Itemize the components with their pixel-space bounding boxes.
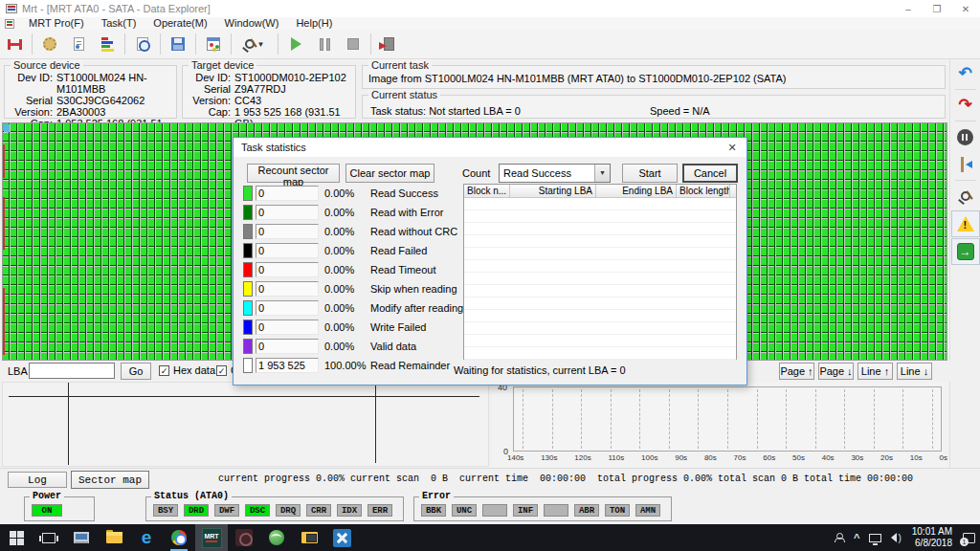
- nav-button-page-[interactable]: Page ↓: [818, 363, 854, 380]
- recount-sector-map-button[interactable]: Recount sector map: [247, 164, 340, 183]
- windows-taskbar: e MRT ^ ) 10:01 AM 6/8/2018: [0, 524, 980, 551]
- x-tick-label: 10s: [910, 453, 923, 462]
- table-row: [464, 248, 736, 260]
- chevron-down-icon[interactable]: ▼: [257, 40, 265, 49]
- table-row: [464, 285, 736, 298]
- taskbar-item-tools[interactable]: [325, 524, 358, 551]
- close-button[interactable]: ✕: [951, 0, 980, 17]
- taskbar-item-explorer[interactable]: [98, 524, 130, 551]
- hex-data-checkbox[interactable]: ✓ Hex data: [159, 364, 215, 376]
- dialog-title-bar[interactable]: Task statistics ✕: [234, 138, 746, 157]
- tray-expand-button[interactable]: ^: [849, 524, 864, 551]
- warning-button[interactable]: [951, 210, 980, 237]
- menu-item-window-w-[interactable]: Window(W): [216, 17, 288, 30]
- taskbar-item-globe[interactable]: [260, 524, 293, 551]
- action-center-button[interactable]: [958, 524, 980, 551]
- stat-percent: 0.00%: [324, 341, 365, 352]
- stop-task-button[interactable]: [339, 32, 368, 57]
- pause-circle-button[interactable]: [951, 123, 980, 150]
- restore-button[interactable]: ❐: [923, 0, 951, 17]
- chevron-down-icon[interactable]: ▼: [594, 165, 610, 182]
- dialog-title: Task statistics: [241, 142, 306, 153]
- gridline: [757, 389, 758, 449]
- x-tick-label: 30s: [851, 453, 863, 462]
- gridline: [786, 389, 787, 449]
- start-button[interactable]: [0, 524, 33, 551]
- warning-icon: [956, 216, 975, 232]
- error-indicator-abr: ABR: [574, 504, 599, 517]
- table-header-1[interactable]: Starting LBA: [510, 185, 596, 197]
- pause-task-button[interactable]: [310, 32, 339, 57]
- timer-button[interactable]: [128, 32, 157, 57]
- stat-label: Read with Error: [370, 207, 443, 218]
- dialog-close-button[interactable]: ✕: [718, 138, 746, 157]
- menu-item-help-h-[interactable]: Help(H): [287, 17, 341, 30]
- inspect-button[interactable]: ▼: [234, 32, 275, 57]
- volume-tray-button[interactable]: ): [886, 524, 905, 551]
- start-task-button[interactable]: [281, 32, 310, 57]
- menu-item-operate-m-[interactable]: Operate(M): [145, 17, 215, 30]
- stat-row: 00.00%Skip when reading: [243, 281, 463, 297]
- go-button[interactable]: →: [951, 238, 980, 265]
- menu-item-task-t-[interactable]: Task(T): [93, 17, 145, 30]
- start-button[interactable]: Start: [622, 164, 678, 183]
- minimize-button[interactable]: –: [894, 0, 923, 17]
- taskbar-item-computer[interactable]: [65, 524, 98, 551]
- nav-button-line-[interactable]: Line ↓: [897, 363, 932, 380]
- taskbar-clock[interactable]: 10:01 AM 6/8/2018: [906, 526, 958, 549]
- lba-input[interactable]: [29, 363, 115, 379]
- count-select[interactable]: Read Success ▼: [499, 164, 611, 183]
- settings-button[interactable]: [35, 32, 64, 57]
- globe-app-icon: [269, 530, 284, 545]
- task-view-button[interactable]: [33, 524, 65, 551]
- sector-legend-button[interactable]: [93, 32, 122, 57]
- window-config-button[interactable]: [199, 32, 228, 57]
- toolbar-separator: [160, 33, 161, 55]
- lba-label: LBA: [8, 365, 28, 377]
- device-info-row: Dev ID:ST1000DM010-2EP102: [187, 72, 351, 83]
- taskbar-item-camera-folder[interactable]: [293, 524, 325, 551]
- stat-color-swatch: [243, 320, 253, 335]
- nav-button-line-[interactable]: Line ↑: [858, 363, 893, 380]
- script-button[interactable]: [64, 32, 93, 57]
- network-tray-button[interactable]: [864, 524, 886, 551]
- x-tick-label: 0s: [940, 453, 947, 462]
- table-header-2[interactable]: Ending LBA: [596, 185, 677, 197]
- table-row: [464, 273, 736, 285]
- menu-item-mrt-pro-f-[interactable]: MRT Pro(F): [20, 17, 93, 30]
- redo-button[interactable]: ↷: [951, 92, 980, 119]
- table-header-0[interactable]: Block n...: [464, 185, 510, 197]
- stat-color-swatch: [243, 281, 253, 297]
- people-tray-button[interactable]: [830, 524, 849, 551]
- x-tick-label: 40s: [822, 453, 835, 462]
- nav-button-page-[interactable]: Page ↑: [779, 363, 814, 380]
- cancel-button[interactable]: Cancel: [682, 164, 738, 183]
- clear-sector-map-button[interactable]: Clear sector map: [345, 164, 434, 183]
- undo-button[interactable]: ↶: [951, 60, 980, 87]
- tab-sector-map[interactable]: Sector map: [71, 471, 149, 489]
- taskbar-item-chrome[interactable]: [163, 524, 195, 551]
- stat-percent: 0.00%: [324, 226, 365, 237]
- taskbar-item-vm[interactable]: [228, 524, 260, 551]
- map-edge-marker: [3, 288, 5, 355]
- stat-value-field: 0: [256, 339, 319, 354]
- blocks-table[interactable]: Block n...Starting LBAEnding LBABlock le…: [463, 184, 737, 360]
- go-button[interactable]: Go: [121, 363, 151, 380]
- exit-button[interactable]: [374, 32, 403, 57]
- table-header-3[interactable]: Block length: [677, 185, 730, 197]
- redo-icon: ↷: [958, 99, 971, 112]
- device-info-label: Version:: [187, 95, 231, 106]
- hex-view-panel[interactable]: [2, 382, 489, 467]
- connect-device-button[interactable]: [0, 32, 29, 57]
- device-info-row: SerialS30CJ9CG642062: [9, 95, 172, 106]
- count-selected-value: Read Success: [503, 167, 571, 179]
- step-button[interactable]: [951, 151, 980, 178]
- stat-label: Read Failed: [370, 245, 427, 256]
- lookup-button[interactable]: [951, 183, 980, 209]
- taskbar-item-edge[interactable]: e: [130, 524, 163, 551]
- tab-log[interactable]: Log: [8, 472, 67, 488]
- taskbar-item-mrt[interactable]: MRT: [195, 524, 228, 551]
- hex-axis-line: [9, 396, 479, 397]
- save-button[interactable]: [164, 32, 192, 57]
- task-status-text: Task status: Not started LBA = 0: [370, 105, 521, 117]
